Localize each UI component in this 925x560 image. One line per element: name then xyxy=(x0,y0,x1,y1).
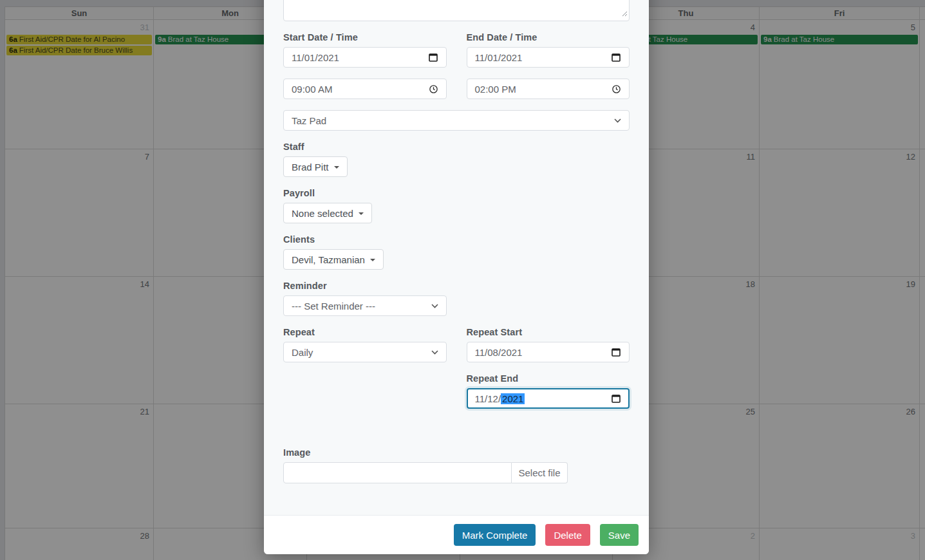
calendar-icon[interactable] xyxy=(611,52,621,62)
clock-icon[interactable] xyxy=(612,84,621,94)
mark-complete-button[interactable]: Mark Complete xyxy=(454,524,536,546)
caret-down-icon xyxy=(370,259,375,261)
repeat-end-date-input[interactable]: 11/12/2021 xyxy=(467,388,630,409)
clients-label: Clients xyxy=(283,234,630,245)
end-datetime-label: End Date / Time xyxy=(467,32,630,42)
repeat-end-label: Repeat End xyxy=(467,373,630,384)
payroll-dropdown-button[interactable]: None selected xyxy=(283,203,372,223)
reminder-label: Reminder xyxy=(283,281,630,291)
notes-textarea[interactable] xyxy=(283,0,630,21)
save-button[interactable]: Save xyxy=(600,524,639,546)
start-time-input[interactable]: 09:00 AM xyxy=(283,79,447,99)
location-select[interactable]: Taz Pad xyxy=(283,110,630,131)
start-datetime-label: Start Date / Time xyxy=(283,32,447,42)
caret-down-icon xyxy=(359,212,364,215)
image-filename-input[interactable] xyxy=(283,462,512,483)
modal-body: Start Date / Time 11/01/2021 End Date / … xyxy=(264,0,649,515)
select-file-button[interactable]: Select file xyxy=(512,462,568,483)
calendar-icon[interactable] xyxy=(611,347,621,357)
calendar-icon[interactable] xyxy=(611,393,621,404)
delete-button[interactable]: Delete xyxy=(545,524,590,546)
reminder-select[interactable]: --- Set Reminder --- xyxy=(283,295,447,316)
clients-dropdown-button[interactable]: Devil, Tazmanian xyxy=(283,249,384,270)
repeat-label: Repeat xyxy=(283,327,447,337)
staff-label: Staff xyxy=(283,142,630,152)
repeat-select[interactable]: Daily xyxy=(283,342,447,362)
clock-icon[interactable] xyxy=(429,84,438,94)
chevron-down-icon xyxy=(431,304,438,308)
repeat-start-label: Repeat Start xyxy=(467,327,630,337)
image-label: Image xyxy=(283,447,630,458)
selected-year-segment[interactable]: 2021 xyxy=(501,393,525,404)
modal-footer: Mark Complete Delete Save xyxy=(264,515,649,554)
chevron-down-icon xyxy=(431,350,438,355)
image-input-group: Select file xyxy=(283,462,568,483)
payroll-label: Payroll xyxy=(283,188,630,198)
caret-down-icon xyxy=(334,166,339,169)
repeat-start-date-input[interactable]: 11/08/2021 xyxy=(467,342,630,362)
chevron-down-icon xyxy=(614,118,621,123)
event-edit-modal: Start Date / Time 11/01/2021 End Date / … xyxy=(264,0,649,554)
resize-handle-icon[interactable] xyxy=(621,8,628,19)
calendar-icon[interactable] xyxy=(428,52,438,62)
start-date-input[interactable]: 11/01/2021 xyxy=(283,47,447,68)
staff-dropdown-button[interactable]: Brad Pitt xyxy=(283,156,348,177)
end-date-input[interactable]: 11/01/2021 xyxy=(467,47,630,68)
end-time-input[interactable]: 02:00 PM xyxy=(467,79,630,99)
